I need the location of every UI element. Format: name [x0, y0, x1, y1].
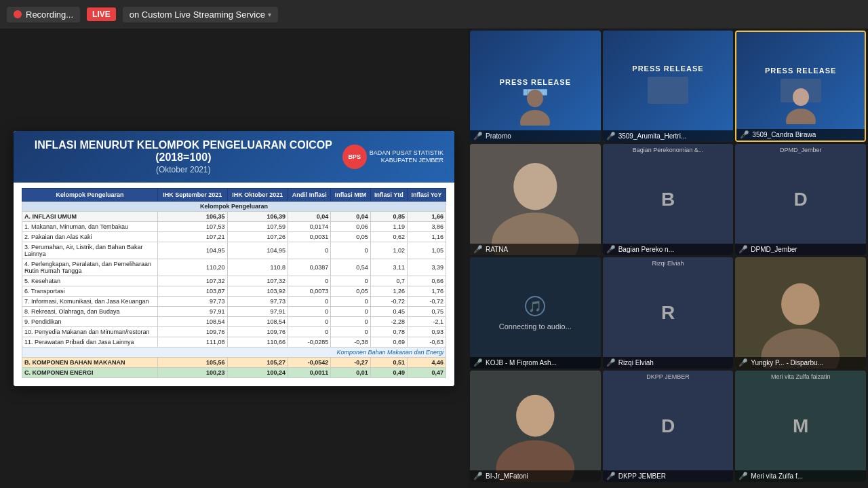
participant-tile-rizqi[interactable]: R 🎤 Rizqi Elviah Rizqi Elviah — [603, 257, 734, 369]
bi-video — [470, 371, 601, 482]
mic-muted-icon: 🎤 — [606, 132, 616, 140]
ratna-name: RATNA — [486, 246, 508, 253]
dpmd-avatar-bg: D — [735, 144, 866, 255]
dkpp-name-bar: 🎤 DKPP JEMBER — [603, 470, 734, 482]
meri-name-bar: 🎤 Meri vita Zulfa f... — [735, 470, 866, 482]
table-row: C. KOMPONEN ENERGI 100,23100,240,00110,0… — [22, 367, 446, 377]
col-header-andil: Andil Inflasi — [288, 188, 331, 201]
table-row: 5. Kesehatan107,32107,32000,70,66 — [22, 276, 446, 286]
mic-icon: 🎤 — [738, 245, 748, 254]
col-header-ihk-okt: IHK Oktober 2021 — [227, 188, 288, 201]
participant-tile-dkpp[interactable]: D 🎤 DKPP JEMBER DKPP JEMBER — [603, 371, 734, 482]
pratomo-name-bar: 🎤 Pratomo — [470, 130, 601, 142]
table-row: 1. Makanan, Minuman, dan Tembakau107,531… — [22, 221, 446, 231]
col-header-yoy: Inflasi YoY — [408, 188, 446, 201]
table-row: 11. Perawatan Pribadi dan Jasa Lainnya11… — [22, 337, 446, 347]
mic-muted-icon: 🎤 — [473, 472, 483, 481]
table-row: 9. Pendidikan108,54108,5400-2,28-2,1 — [22, 316, 446, 326]
svg-point-2 — [793, 88, 809, 106]
main-content: INFLASI MENURUT KELOMPOK PENGELUARAN COI… — [0, 29, 868, 488]
candra-avatar — [784, 87, 818, 124]
mic-active-icon: 🎤 — [473, 245, 483, 254]
rizqi-name-bar: 🎤 Rizqi Elviah — [603, 357, 734, 369]
mic-icon: 🎤 — [606, 358, 616, 367]
rizqi-subname: Rizqi Elviah — [652, 260, 684, 267]
participant-tile-arumita[interactable]: PRESS RELEASE 🎤 3509_Arumita_Hertri... — [603, 31, 734, 142]
dpmd-initial: D — [794, 189, 808, 210]
ratna-video — [470, 144, 601, 255]
svg-point-10 — [781, 283, 820, 325]
participant-tile-bagian[interactable]: B 🎤 Bagian Pereko n... Bagian Perekonomi… — [603, 144, 734, 255]
participant-tile-bi-fatoni[interactable]: 🎤 BI-Jr_MFatoni — [470, 371, 601, 482]
slide-subtitle: (Oktober 2021) — [24, 165, 342, 174]
bagian-subname: Bagian Perekonomian &... — [633, 147, 704, 153]
table-row: 6. Transportasi103,87103,920,00730,051,2… — [22, 286, 446, 296]
participant-tile-dpmd[interactable]: D 🎤 DPMD_Jember DPMD_Jember — [735, 144, 866, 255]
rizqi-avatar-bg: R — [603, 257, 734, 369]
mic-icon: 🎤 — [606, 472, 616, 481]
bps-logo: BPS BADAN PUSAT STATISTIK KABUPATEN JEMB… — [342, 145, 443, 169]
participant-tile-candra[interactable]: PRESS RELEASE 🎤 3509_Candra Birawa — [735, 31, 866, 142]
table-row: 10. Penyedia Makanan dan Minuman/restora… — [22, 326, 446, 337]
group-header-cell: Kelompok Pengeluaran — [22, 201, 446, 211]
participant-tile-pratomo[interactable]: PRESS RELEASE ▓▓▓▓▓▓ 🎤 Pratomo — [470, 31, 601, 142]
col-header-kelompok: Kelompok Pengeluaran — [22, 188, 158, 201]
connecting-overlay: 🎵 Connecting to audio... — [470, 257, 601, 369]
dpmd-name-bar: 🎤 DPMD_Jember — [735, 244, 866, 255]
svg-point-13 — [516, 395, 555, 437]
bagian-name: Bagian Pereko n... — [618, 246, 674, 253]
svg-text:🎵: 🎵 — [528, 300, 542, 313]
dpmd-name: DPMD_Jember — [751, 246, 797, 253]
mic-muted-icon: 🎤 — [738, 472, 748, 481]
mic-muted-icon: 🎤 — [473, 358, 483, 367]
participant-tile-kojb-fiqro[interactable]: 🎵 Connecting to audio... 🎤 KOJB - M Fiqr… — [470, 257, 601, 369]
live-badge: LIVE — [87, 7, 116, 21]
participant-tile-yungky[interactable]: 🎤 Yungky P... - Disparbu... — [735, 257, 866, 369]
yungky-name: Yungky P... - Disparbu... — [751, 359, 823, 367]
arumita-video-bg: PRESS RELEASE — [603, 31, 734, 142]
candra-name: 3509_Candra Birawa — [752, 131, 816, 138]
presentation-panel: INFLASI MENURUT KELOMPOK PENGELUARAN COI… — [0, 29, 468, 488]
dkpp-subname: DKPP JEMBER — [646, 373, 689, 380]
bagian-name-bar: 🎤 Bagian Pereko n... — [603, 244, 734, 255]
bi-video-bg — [470, 371, 601, 482]
data-table: Kelompok Pengeluaran IHK September 2021 … — [22, 188, 446, 378]
participant-tile-meri[interactable]: M 🎤 Meri vita Zulfa f... Meri vita Zulfa… — [735, 371, 866, 482]
col-header-ytd: Inflasi Ytd — [370, 188, 407, 201]
bi-name-bar: 🎤 BI-Jr_MFatoni — [470, 470, 601, 482]
dkpp-initial: D — [661, 415, 675, 437]
yungky-name-bar: 🎤 Yungky P... - Disparbu... — [735, 357, 866, 369]
table-row: 3. Perumahan, Air, Listrik, dan Bahan Ba… — [22, 242, 446, 259]
slide-container: INFLASI MENURUT KELOMPOK PENGELUARAN COI… — [14, 131, 454, 386]
table-row: 2. Pakaian dan Alas Kaki107,21107,260,00… — [22, 231, 446, 242]
table-row: 4. Perlengkapan, Peralatan, dan Pemeliha… — [22, 259, 446, 276]
mic-active-icon: 🎤 — [740, 130, 749, 139]
rizqi-name: Rizqi Elviah — [618, 359, 654, 367]
table-row: A. INFLASI UMUM 106,35106,390,040,040,85… — [22, 211, 446, 221]
dkpp-avatar-bg: D — [603, 371, 734, 482]
yungky-video — [735, 257, 866, 369]
bps-institution-name: BADAN PUSAT STATISTIK KABUPATEN JEMBER — [370, 149, 443, 164]
slide-body: Kelompok Pengeluaran IHK September 2021 … — [14, 183, 454, 386]
col-header-mtm: Inflasi MtM — [331, 188, 370, 201]
bagian-avatar-bg: B — [603, 144, 734, 255]
pratomo-name: Pratomo — [486, 132, 511, 140]
arumita-name-bar: 🎤 3509_Arumita_Hertri... — [603, 130, 734, 142]
kojb-fiqro-name: KOJB - M Fiqrom Ash... — [486, 359, 557, 367]
mic-muted-icon: 🎤 — [738, 358, 748, 367]
audio-connecting-icon: 🎵 — [524, 295, 546, 317]
bps-logo-icon: BPS — [342, 145, 367, 169]
participant-tile-ratna[interactable]: 🎤 RATNA — [470, 144, 601, 255]
chevron-down-icon: ▾ — [268, 11, 271, 18]
dkpp-name: DKPP JEMBER — [618, 472, 666, 480]
mic-muted-icon: 🎤 — [473, 132, 483, 140]
meri-subname: Meri vita Zulfa faizatin — [771, 373, 831, 380]
kojb-fiqro-name-bar: 🎤 KOJB - M Fiqrom Ash... — [470, 357, 601, 369]
candra-name-bar: 🎤 3509_Candra Birawa — [736, 129, 865, 140]
streaming-service-label[interactable]: on Custom Live Streaming Service ▾ — [123, 7, 278, 22]
streaming-text: on Custom Live Streaming Service — [130, 10, 265, 20]
bagian-initial: B — [661, 189, 675, 210]
participants-grid: PRESS RELEASE ▓▓▓▓▓▓ 🎤 Pratomo PRESS REL — [468, 29, 868, 488]
slide-header: INFLASI MENURUT KELOMPOK PENGELUARAN COI… — [14, 131, 454, 183]
mic-icon: 🎤 — [606, 245, 616, 254]
